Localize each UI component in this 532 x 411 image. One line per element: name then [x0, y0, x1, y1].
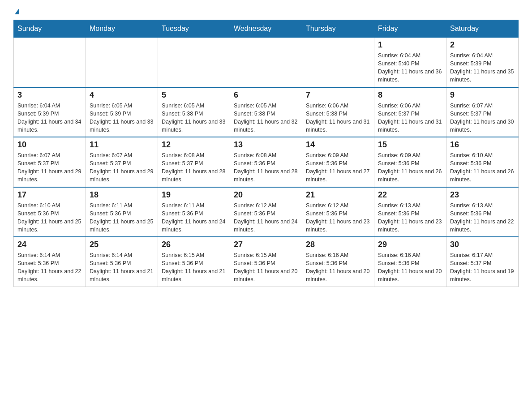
cell-sun-info: Sunrise: 6:05 AM Sunset: 5:38 PM Dayligh… [234, 102, 298, 134]
calendar-cell: 26Sunrise: 6:15 AM Sunset: 5:36 PM Dayli… [158, 237, 230, 287]
cell-sun-info: Sunrise: 6:07 AM Sunset: 5:37 PM Dayligh… [450, 102, 515, 134]
cell-sun-info: Sunrise: 6:05 AM Sunset: 5:39 PM Dayligh… [90, 102, 154, 134]
cell-sun-info: Sunrise: 6:04 AM Sunset: 5:39 PM Dayligh… [450, 51, 515, 84]
cell-sun-info: Sunrise: 6:15 AM Sunset: 5:36 PM Dayligh… [162, 251, 226, 284]
cell-sun-info: Sunrise: 6:08 AM Sunset: 5:36 PM Dayligh… [234, 151, 298, 184]
calendar-cell: 22Sunrise: 6:13 AM Sunset: 5:36 PM Dayli… [374, 187, 446, 237]
calendar-cell [14, 38, 86, 87]
calendar-table: SundayMondayTuesdayWednesdayThursdayFrid… [13, 20, 519, 287]
cell-sun-info: Sunrise: 6:04 AM Sunset: 5:40 PM Dayligh… [378, 51, 442, 84]
cell-sun-info: Sunrise: 6:05 AM Sunset: 5:38 PM Dayligh… [162, 102, 226, 134]
cell-day-number: 29 [378, 240, 442, 249]
calendar-cell: 16Sunrise: 6:10 AM Sunset: 5:36 PM Dayli… [446, 137, 519, 187]
cell-day-number: 27 [234, 240, 298, 249]
calendar-cell: 30Sunrise: 6:17 AM Sunset: 5:37 PM Dayli… [446, 237, 519, 287]
calendar-header-saturday: Saturday [446, 20, 519, 38]
calendar-cell: 20Sunrise: 6:12 AM Sunset: 5:36 PM Dayli… [230, 187, 302, 237]
calendar-cell: 24Sunrise: 6:14 AM Sunset: 5:36 PM Dayli… [14, 237, 86, 287]
calendar-cell [230, 38, 302, 87]
calendar-week-row: 3Sunrise: 6:04 AM Sunset: 5:39 PM Daylig… [14, 87, 519, 137]
cell-day-number: 12 [162, 140, 226, 150]
calendar-cell: 4Sunrise: 6:05 AM Sunset: 5:39 PM Daylig… [86, 87, 158, 137]
calendar-cell: 9Sunrise: 6:07 AM Sunset: 5:37 PM Daylig… [446, 87, 519, 137]
cell-day-number: 26 [162, 240, 226, 249]
calendar-cell: 5Sunrise: 6:05 AM Sunset: 5:38 PM Daylig… [158, 87, 230, 137]
calendar-header-friday: Friday [374, 20, 446, 38]
calendar-cell: 27Sunrise: 6:15 AM Sunset: 5:36 PM Dayli… [230, 237, 302, 287]
page-header [13, 9, 519, 15]
cell-sun-info: Sunrise: 6:14 AM Sunset: 5:36 PM Dayligh… [17, 251, 82, 284]
cell-sun-info: Sunrise: 6:11 AM Sunset: 5:36 PM Dayligh… [90, 201, 154, 234]
cell-sun-info: Sunrise: 6:07 AM Sunset: 5:37 PM Dayligh… [90, 151, 154, 184]
calendar-cell: 14Sunrise: 6:09 AM Sunset: 5:36 PM Dayli… [302, 137, 374, 187]
cell-sun-info: Sunrise: 6:09 AM Sunset: 5:36 PM Dayligh… [378, 151, 442, 184]
cell-day-number: 25 [90, 240, 154, 249]
calendar-cell: 18Sunrise: 6:11 AM Sunset: 5:36 PM Dayli… [86, 187, 158, 237]
cell-sun-info: Sunrise: 6:12 AM Sunset: 5:36 PM Dayligh… [234, 201, 298, 234]
cell-sun-info: Sunrise: 6:09 AM Sunset: 5:36 PM Dayligh… [306, 151, 370, 184]
cell-day-number: 21 [306, 190, 370, 200]
calendar-cell: 17Sunrise: 6:10 AM Sunset: 5:36 PM Dayli… [14, 187, 86, 237]
cell-day-number: 6 [234, 90, 298, 100]
cell-day-number: 17 [17, 190, 82, 200]
cell-day-number: 19 [162, 190, 226, 200]
cell-sun-info: Sunrise: 6:12 AM Sunset: 5:36 PM Dayligh… [306, 201, 370, 234]
logo [13, 9, 19, 15]
cell-sun-info: Sunrise: 6:06 AM Sunset: 5:38 PM Dayligh… [306, 102, 370, 134]
cell-sun-info: Sunrise: 6:17 AM Sunset: 5:37 PM Dayligh… [450, 251, 515, 284]
calendar-cell: 6Sunrise: 6:05 AM Sunset: 5:38 PM Daylig… [230, 87, 302, 137]
cell-sun-info: Sunrise: 6:10 AM Sunset: 5:36 PM Dayligh… [17, 201, 82, 234]
cell-sun-info: Sunrise: 6:16 AM Sunset: 5:36 PM Dayligh… [378, 251, 442, 284]
calendar-header-thursday: Thursday [302, 20, 374, 38]
cell-sun-info: Sunrise: 6:10 AM Sunset: 5:36 PM Dayligh… [450, 151, 515, 184]
cell-day-number: 14 [306, 140, 370, 150]
calendar-cell: 11Sunrise: 6:07 AM Sunset: 5:37 PM Dayli… [86, 137, 158, 187]
cell-day-number: 9 [450, 90, 515, 100]
cell-day-number: 5 [162, 90, 226, 100]
cell-day-number: 23 [450, 190, 515, 200]
cell-day-number: 8 [378, 90, 442, 100]
calendar-week-row: 10Sunrise: 6:07 AM Sunset: 5:37 PM Dayli… [14, 137, 519, 187]
cell-day-number: 28 [306, 240, 370, 249]
cell-sun-info: Sunrise: 6:14 AM Sunset: 5:36 PM Dayligh… [90, 251, 154, 284]
calendar-cell: 19Sunrise: 6:11 AM Sunset: 5:36 PM Dayli… [158, 187, 230, 237]
calendar-cell: 21Sunrise: 6:12 AM Sunset: 5:36 PM Dayli… [302, 187, 374, 237]
cell-day-number: 16 [450, 140, 515, 150]
calendar-cell: 12Sunrise: 6:08 AM Sunset: 5:37 PM Dayli… [158, 137, 230, 187]
cell-day-number: 15 [378, 140, 442, 150]
cell-sun-info: Sunrise: 6:08 AM Sunset: 5:37 PM Dayligh… [162, 151, 226, 184]
calendar-cell [302, 38, 374, 87]
calendar-cell: 10Sunrise: 6:07 AM Sunset: 5:37 PM Dayli… [14, 137, 86, 187]
cell-day-number: 13 [234, 140, 298, 150]
cell-day-number: 4 [90, 90, 154, 100]
cell-day-number: 3 [17, 90, 82, 100]
cell-sun-info: Sunrise: 6:07 AM Sunset: 5:37 PM Dayligh… [17, 151, 82, 184]
calendar-cell: 3Sunrise: 6:04 AM Sunset: 5:39 PM Daylig… [14, 87, 86, 137]
calendar-cell: 23Sunrise: 6:13 AM Sunset: 5:36 PM Dayli… [446, 187, 519, 237]
calendar-cell: 28Sunrise: 6:16 AM Sunset: 5:36 PM Dayli… [302, 237, 374, 287]
calendar-cell [158, 38, 230, 87]
calendar-header-row: SundayMondayTuesdayWednesdayThursdayFrid… [14, 20, 519, 38]
cell-sun-info: Sunrise: 6:04 AM Sunset: 5:39 PM Dayligh… [17, 102, 82, 134]
calendar-cell: 13Sunrise: 6:08 AM Sunset: 5:36 PM Dayli… [230, 137, 302, 187]
cell-day-number: 22 [378, 190, 442, 200]
cell-day-number: 18 [90, 190, 154, 200]
calendar-cell: 2Sunrise: 6:04 AM Sunset: 5:39 PM Daylig… [446, 38, 519, 87]
cell-sun-info: Sunrise: 6:15 AM Sunset: 5:36 PM Dayligh… [234, 251, 298, 284]
cell-day-number: 2 [450, 40, 515, 50]
calendar-cell: 25Sunrise: 6:14 AM Sunset: 5:36 PM Dayli… [86, 237, 158, 287]
cell-sun-info: Sunrise: 6:06 AM Sunset: 5:37 PM Dayligh… [378, 102, 442, 134]
cell-sun-info: Sunrise: 6:13 AM Sunset: 5:36 PM Dayligh… [450, 201, 515, 234]
calendar-cell: 7Sunrise: 6:06 AM Sunset: 5:38 PM Daylig… [302, 87, 374, 137]
calendar-cell [86, 38, 158, 87]
calendar-header-monday: Monday [86, 20, 158, 38]
cell-day-number: 10 [17, 140, 82, 150]
calendar-cell: 1Sunrise: 6:04 AM Sunset: 5:40 PM Daylig… [374, 38, 446, 87]
calendar-week-row: 17Sunrise: 6:10 AM Sunset: 5:36 PM Dayli… [14, 187, 519, 237]
cell-day-number: 30 [450, 240, 515, 249]
cell-sun-info: Sunrise: 6:13 AM Sunset: 5:36 PM Dayligh… [378, 201, 442, 234]
calendar-header-sunday: Sunday [14, 20, 86, 38]
calendar-header-wednesday: Wednesday [230, 20, 302, 38]
cell-day-number: 24 [17, 240, 82, 249]
cell-day-number: 20 [234, 190, 298, 200]
